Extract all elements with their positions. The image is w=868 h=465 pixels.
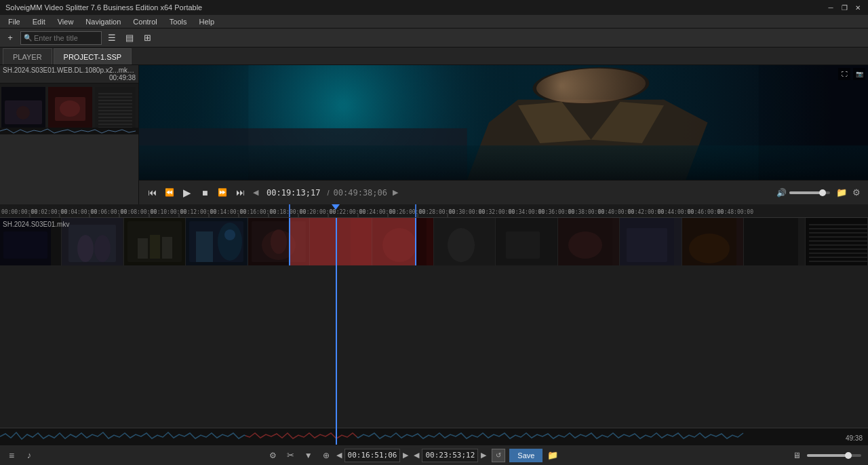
playhead-line <box>336 218 337 445</box>
prev-frame-button[interactable]: ⏮ <box>144 185 159 200</box>
time-a-next[interactable]: ▶ <box>403 451 408 460</box>
time-a-display: 00:16:51;06 <box>344 449 401 462</box>
volume-fill <box>789 191 822 194</box>
waveform-svg <box>0 428 868 445</box>
track-duration: 49:38 <box>846 434 863 442</box>
folder-open-button[interactable]: 📁 <box>835 187 848 199</box>
svg-point-82 <box>448 228 475 262</box>
svg-rect-71 <box>196 231 213 262</box>
time-b-prev[interactable]: ◀ <box>414 451 419 460</box>
minimize-button[interactable]: ─ <box>826 3 835 12</box>
svg-rect-88 <box>627 228 667 262</box>
thumb-svg-2 <box>48 87 92 131</box>
menu-file[interactable]: File <box>3 16 26 27</box>
tl-thumb-5 <box>248 218 310 265</box>
svg-point-80 <box>382 228 416 262</box>
svg-point-90 <box>689 234 730 263</box>
play-button[interactable]: ▶ <box>180 185 195 200</box>
detail-view-button[interactable]: ▤ <box>122 31 137 45</box>
time-a-prev[interactable]: ◀ <box>336 451 342 460</box>
marker-down-button[interactable]: ▼ <box>301 448 316 463</box>
time-separator-left: ◀ <box>253 188 258 197</box>
search-icon: 🔍 <box>24 34 32 41</box>
thumb-info-svg <box>95 87 136 131</box>
screenshot-button[interactable]: 📷 <box>853 68 865 80</box>
tl-thumb-4 <box>186 218 248 265</box>
join-button[interactable]: ⊕ <box>319 448 334 463</box>
menu-help[interactable]: Help <box>194 16 220 27</box>
thumbnail-strip: 00:49:38 <box>0 83 138 134</box>
player-overlay-icons: ⛶ 📷 <box>838 68 865 80</box>
stop-button[interactable]: ⏹ <box>197 185 212 200</box>
grid-view-button[interactable]: ⊞ <box>140 31 155 45</box>
tab-player[interactable]: PLAYER <box>3 48 52 64</box>
title-bar-text: SolveigMM Video Splitter 7.6 Business Ed… <box>5 3 202 12</box>
svg-rect-78 <box>310 218 351 265</box>
close-button[interactable]: ✕ <box>853 3 863 12</box>
menu-bar: File Edit View Navigation Control Tools … <box>0 15 868 29</box>
monitor-button[interactable]: 🖥 <box>789 448 804 463</box>
menu-view[interactable]: View <box>52 16 79 27</box>
next-frame-button[interactable]: ⏭ <box>233 185 248 200</box>
timeline-ruler: 00:00:00:00 00:02:00:00 00:04:00:00 00:0… <box>0 204 868 218</box>
time-slash: / <box>327 189 329 197</box>
svg-point-77 <box>271 229 287 254</box>
rewind-button[interactable]: ⏪ <box>162 185 177 200</box>
tl-thumb-selected-2 <box>372 218 434 265</box>
cut-marker-right <box>415 218 416 265</box>
tl-thumb-selected-1 <box>310 218 372 265</box>
add-button[interactable]: + <box>3 31 18 45</box>
thumb-svg-1 <box>1 87 45 131</box>
current-time-display: 00:19:13;17 <box>267 188 320 198</box>
filter-button[interactable]: ⚙ <box>266 448 281 463</box>
svg-rect-91 <box>744 218 798 265</box>
svg-rect-59 <box>3 231 47 259</box>
svg-point-5 <box>60 100 80 117</box>
volume-slider[interactable] <box>789 191 830 194</box>
svg-rect-67 <box>150 235 160 259</box>
settings-button[interactable]: ⚙ <box>850 187 863 199</box>
video-frame: ⛶ 📷 <box>139 65 868 180</box>
menu-tools[interactable]: Tools <box>164 16 193 27</box>
scissors-button[interactable]: ✂ <box>283 448 298 463</box>
tab-bar: PLAYER PROJECT-1.SSP <box>0 48 868 65</box>
title-bar-controls: ─ ❐ ✕ <box>826 3 863 12</box>
save-button[interactable]: Save <box>509 449 542 462</box>
tl-thumb-2 <box>62 218 123 265</box>
timeline-thumbs <box>0 218 868 265</box>
svg-point-86 <box>568 231 602 259</box>
tl-thumb-credits <box>806 218 867 265</box>
menu-control[interactable]: Control <box>127 16 162 27</box>
time-b-next[interactable]: ▶ <box>481 451 486 460</box>
tl-thumb-3 <box>124 218 186 265</box>
export-folder-button[interactable]: 📁 <box>545 448 560 463</box>
svg-text:00:48:00:00: 00:48:00:00 <box>717 209 753 215</box>
tl-thumb-10 <box>682 218 744 265</box>
clip-list-button[interactable]: ≡ <box>4 448 19 463</box>
menu-navigation[interactable]: Navigation <box>80 16 126 27</box>
loop-button[interactable]: ↺ <box>492 449 505 462</box>
zoom-slider[interactable] <box>807 454 861 457</box>
search-input[interactable] <box>34 34 95 42</box>
tl-thumb-8 <box>558 218 620 265</box>
cut-marker-left <box>289 218 290 265</box>
aspect-ratio-button[interactable]: ⛶ <box>838 68 850 80</box>
svg-point-63 <box>94 235 111 262</box>
audio-button[interactable]: ♪ <box>22 448 37 463</box>
tl-thumb-9 <box>620 218 682 265</box>
svg-point-73 <box>224 229 235 240</box>
fast-forward-button[interactable]: ⏩ <box>215 185 230 200</box>
menu-edit[interactable]: Edit <box>27 16 51 27</box>
thumb-info <box>95 87 136 131</box>
list-view-button[interactable]: ☰ <box>104 31 119 45</box>
svg-point-2 <box>16 106 30 119</box>
restore-button[interactable]: ❐ <box>840 3 849 12</box>
total-time-display: 00:49:38;06 <box>334 188 387 198</box>
status-bar: ≡ ♪ ⚙ ✂ ▼ ⊕ ◀ 00:16:51;06 ▶ ◀ 00:23:53;1… <box>0 445 868 465</box>
svg-rect-84 <box>506 231 540 259</box>
thumb-1 <box>1 87 45 131</box>
tab-project[interactable]: PROJECT-1.SSP <box>54 48 132 64</box>
time-separator-right: ▶ <box>393 188 398 197</box>
tl-thumb-6 <box>434 218 496 265</box>
player-area: ⛶ 📷 ⏮ ⏪ ▶ ⏹ ⏩ ⏭ ◀ 00:19:13;17 / 00:49:38… <box>139 65 868 204</box>
